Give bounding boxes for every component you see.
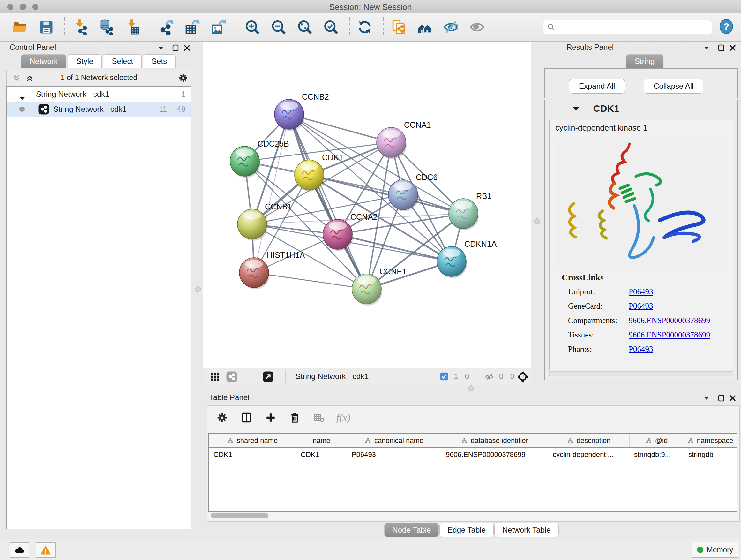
column-header-namespace[interactable]: namespace [684,434,737,447]
collapse-all-button[interactable]: Collapse All [644,79,703,94]
tab-node-table[interactable]: Node Table [384,523,439,537]
network-node-CCNB2[interactable]: CCNB2 [274,92,329,131]
open-session-icon[interactable] [11,18,29,37]
network-node-CCNB1[interactable]: CCNB1 [238,202,292,241]
network-node-CDC25B[interactable]: CDC25B [230,139,289,178]
search-field[interactable] [543,20,712,35]
network-edge[interactable] [309,175,463,213]
network-collection-row[interactable]: String Network - cdk1 1 [7,86,191,102]
export-network-icon[interactable] [157,18,176,37]
column-header-shared-name[interactable]: shared name [209,434,296,447]
column-header-database-identifier[interactable]: database identifier [441,434,548,447]
column-header-@id[interactable]: @id [630,434,684,447]
table-cell[interactable]: CDK1 [209,448,296,461]
export-table-icon[interactable] [183,18,202,37]
table-cell[interactable]: CDK1 [296,448,347,461]
search-input[interactable] [555,22,708,32]
zoom-selected-icon[interactable] [322,18,340,37]
right-splitter-handle[interactable] [534,219,540,224]
hscrollbar-thumb[interactable] [211,513,268,518]
network-edge[interactable] [254,273,367,289]
gear-icon[interactable] [179,73,188,84]
show-columns-icon[interactable] [237,408,256,427]
add-column-icon[interactable] [261,408,280,427]
memory-button[interactable]: Memory [692,542,738,558]
column-header-canonical-name[interactable]: canonical name [347,434,441,447]
column-header-description[interactable]: description [548,434,630,447]
new-network-from-selection-icon[interactable] [389,18,408,37]
network-edge[interactable] [254,114,289,273]
close-panel-icon[interactable] [183,44,191,53]
tab-select[interactable]: Select [103,54,142,68]
close-panel-icon[interactable] [729,44,737,53]
save-session-icon[interactable] [37,18,56,37]
network-row-selected[interactable]: String Network - cdk1 11 48 [7,102,191,117]
close-panel-icon[interactable] [729,394,737,403]
tab-string[interactable]: String [626,54,664,68]
network-node-CCNA1[interactable]: CCNA1 [377,120,431,159]
crosslink-link[interactable]: P06493 [629,302,653,311]
float-panel-icon[interactable] [172,44,179,53]
column-header-name[interactable]: name [296,434,347,447]
network-edge[interactable] [289,114,367,289]
network-node-CDKN1A[interactable]: CDKN1A [437,240,497,278]
import-network-database-icon[interactable] [97,18,116,37]
crosslink-link[interactable]: 9606.ENSP00000378699 [629,330,710,339]
result-entry-header[interactable]: CDK1 [545,100,738,118]
export-image-icon[interactable] [209,18,228,37]
table-cell[interactable]: 9606.ENSP00000378699 [441,448,548,461]
panel-menu-icon[interactable] [157,45,165,52]
network-share-view-icon[interactable] [226,371,238,384]
entry-collapse-icon[interactable] [572,106,580,113]
network-node-HIST1H1A[interactable]: HIST1H1A [239,251,305,289]
selected-checkbox-icon[interactable] [440,372,449,382]
detach-view-icon[interactable] [262,371,274,384]
tab-network[interactable]: Network [21,54,66,68]
table-cell[interactable]: cyclin-dependent ... [548,448,630,461]
panel-menu-icon[interactable] [703,45,711,52]
import-table-file-icon[interactable] [123,18,142,37]
crosslink-link[interactable]: P06493 [629,287,653,296]
gear-icon[interactable] [213,408,231,427]
float-panel-icon[interactable] [718,394,725,403]
network-graph[interactable]: CCNB2CCNA1CDC25BCDK1CDC6RB1CCNB1CCNA2CDK… [203,42,531,368]
crosslink-label: Pharos: [568,345,629,354]
zoom-out-icon[interactable] [269,18,288,37]
first-neighbors-icon[interactable] [415,18,434,37]
delete-column-icon[interactable] [286,408,304,427]
left-splitter-handle[interactable] [195,287,201,292]
warning-icon[interactable] [36,543,56,558]
table-cell[interactable]: stringdb:9... [630,448,684,461]
crosslink-link[interactable]: 9606.ENSP00000378699 [629,316,710,325]
delete-table-icon[interactable] [310,408,328,427]
results-hscrollbar[interactable] [549,371,733,376]
panel-menu-icon[interactable] [703,395,711,402]
table-cell[interactable]: stringdb [684,448,737,461]
crosslink-link[interactable]: P06493 [629,345,653,354]
network-canvas[interactable]: CCNB2CCNA1CDC25BCDK1CDC6RB1CCNB1CCNA2CDK… [203,42,531,368]
zoom-fit-icon[interactable] [295,18,314,37]
birds-eye-crosshair-icon[interactable] [517,371,529,384]
import-network-file-icon[interactable] [71,18,89,37]
function-builder-icon[interactable]: f(x) [334,408,353,427]
table-row[interactable]: CDK1CDK1P064939606.ENSP00000378699cyclin… [209,448,737,461]
network-node-CDK1[interactable]: CDK1 [294,153,343,192]
show-all-icon[interactable] [468,18,486,37]
grid-view-icon[interactable] [210,372,220,383]
tab-sets[interactable]: Sets [143,54,176,68]
tab-network-table[interactable]: Network Table [494,523,559,537]
expand-all-button[interactable]: Expand All [569,79,625,94]
tab-style[interactable]: Style [68,54,102,68]
tab-edge-table[interactable]: Edge Table [440,523,494,537]
table-hscrollbar[interactable] [208,512,738,520]
apply-layout-icon[interactable] [355,18,374,37]
zoom-in-icon[interactable] [243,18,262,37]
network-node-CCNE1[interactable]: CCNE1 [352,267,407,306]
hide-selected-icon[interactable] [442,18,460,37]
hidden-eye-slash-icon[interactable] [484,372,494,383]
network-node-RB1[interactable]: RB1 [449,192,492,230]
float-panel-icon[interactable] [718,44,725,53]
table-cell[interactable]: P06493 [347,448,441,461]
cloud-icon[interactable] [10,543,29,558]
help-icon[interactable]: ? [719,19,734,36]
